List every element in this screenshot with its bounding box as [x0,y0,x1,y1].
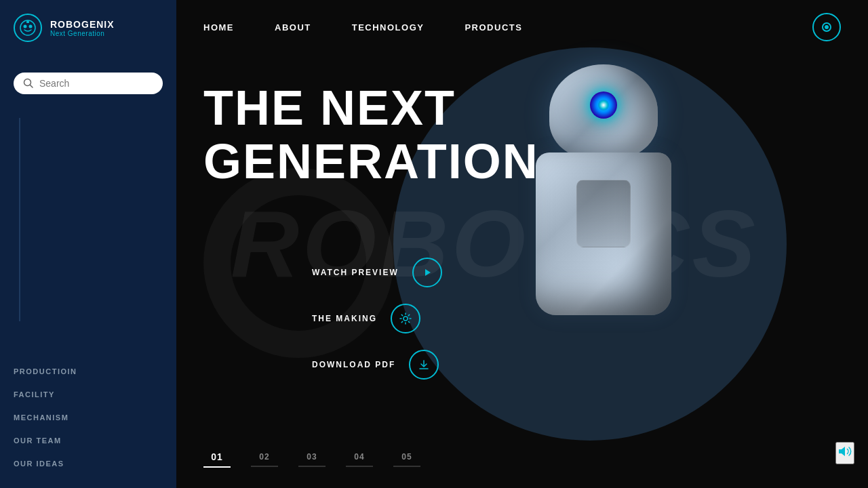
robot-eye [590,92,617,119]
robot-torso [536,152,671,315]
main-content: HOME ABOUT TECHNOLOGY PRODUCTS ROBOTICS [176,0,868,488]
hero-title: THE NEXT GENERATION [203,81,539,188]
search-wrapper[interactable] [14,73,163,94]
watch-preview-button[interactable] [412,258,442,287]
page-indicator-4[interactable]: 04 [346,452,373,467]
page-line-4 [346,466,373,467]
download-pdf-button[interactable] [409,350,439,380]
hero-section: ROBOTICS THE NEXT GENERATION [176,0,868,488]
page-num-4: 04 [354,452,364,462]
download-pdf-label: DOWNLOAD PDF [312,360,395,369]
sidebar-nav: PRODUCTIOIN FACILITY MECHANISM OUR TEAM … [0,361,176,488]
download-pdf-item[interactable]: DOWNLOAD PDF [312,350,442,380]
robot-head [549,64,658,159]
page-indicator-3[interactable]: 03 [298,452,326,467]
nav-links: HOME ABOUT TECHNOLOGY PRODUCTS [203,22,812,33]
record-button[interactable] [812,13,841,41]
svg-line-6 [31,85,33,88]
sidebar-item-production[interactable]: PRODUCTIOIN [14,367,163,375]
volume-icon [837,443,853,460]
download-icon [418,359,429,370]
nav-home[interactable]: HOME [203,22,234,33]
sidebar-item-facility[interactable]: FACILITY [14,390,163,399]
nav-technology[interactable]: TECHNOLOGY [352,22,425,33]
svg-rect-3 [26,21,29,23]
the-making-item[interactable]: THE MAKING [312,304,442,333]
hero-title-line1: THE NEXT [203,81,456,135]
nav-products[interactable]: PRODUCTS [465,22,522,33]
page-line-5 [393,466,420,467]
page-line-2 [251,466,278,467]
page-line-1 [203,466,231,468]
svg-point-2 [29,25,33,28]
svg-point-8 [403,317,408,321]
brand-sub: Next Generation [50,30,115,37]
sidebar-item-our-ideas[interactable]: OUR IDEAS [14,460,163,468]
gear-icon [399,312,412,325]
volume-button[interactable] [835,442,854,464]
sidebar-search-container [0,62,176,104]
logo-icon [14,14,42,42]
the-making-label: THE MAKING [312,314,377,323]
the-making-button[interactable] [391,304,420,333]
page-indicator-2[interactable]: 02 [251,452,278,467]
page-num-5: 05 [401,452,412,462]
page-num-2: 02 [259,452,269,462]
page-num-3: 03 [307,452,317,462]
sidebar-logo: ROBOGENIX Next Generation [0,0,176,56]
brand-name: ROBOGENIX [50,19,115,30]
svg-marker-7 [425,269,431,276]
sidebar-item-mechanism[interactable]: MECHANISM [14,413,163,422]
top-nav: HOME ABOUT TECHNOLOGY PRODUCTS [176,0,868,54]
sidebar: ROBOGENIX Next Generation PRODUCTIOIN FA… [0,0,176,488]
play-icon [422,267,433,278]
page-line-3 [298,466,326,467]
hero-text: THE NEXT GENERATION [203,81,539,188]
watch-preview-label: WATCH PREVIEW [312,268,399,277]
svg-marker-11 [839,447,845,456]
sidebar-divider [19,118,20,321]
watch-preview-item[interactable]: WATCH PREVIEW [312,258,442,287]
svg-point-1 [24,25,27,28]
nav-about[interactable]: ABOUT [275,22,311,33]
sidebar-item-our-team[interactable]: OUR TEAM [14,436,163,445]
record-dot [822,22,831,32]
logo-text: ROBOGENIX Next Generation [50,19,115,37]
search-input[interactable] [39,78,153,89]
page-num-1: 01 [211,451,223,462]
hero-actions: WATCH PREVIEW THE MAKING [312,258,442,380]
page-indicator-1[interactable]: 01 [203,451,231,468]
search-icon [23,78,34,89]
page-indicators: 01 02 03 04 05 [203,451,420,468]
page-indicator-5[interactable]: 05 [393,452,420,467]
robot-chest-detail [576,180,631,247]
hero-title-line2: GENERATION [203,134,539,188]
